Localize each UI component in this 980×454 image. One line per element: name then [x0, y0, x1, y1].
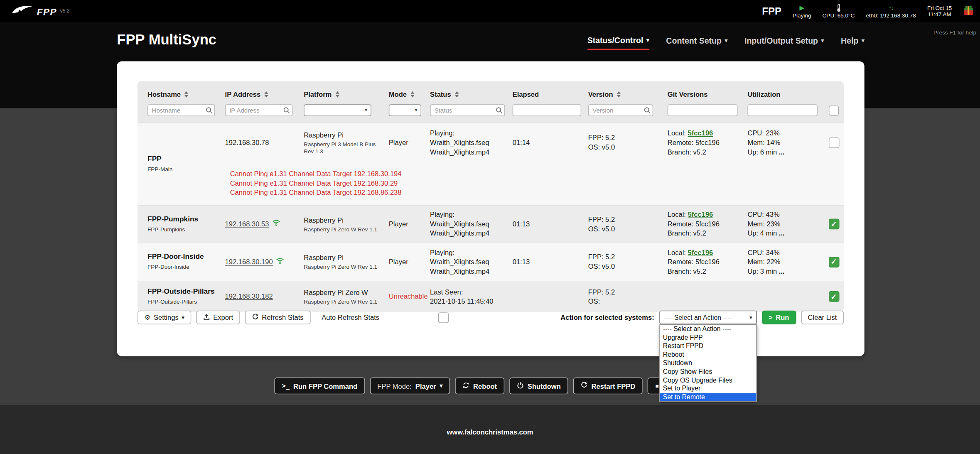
action-select[interactable]: ---- Select an Action ---- ▾ ---- Select…: [659, 311, 757, 324]
nav-content-setup[interactable]: Content Setup▾: [666, 36, 727, 50]
table-header: Hostname IP Address Platform Mode Status…: [138, 81, 844, 123]
sort-icon[interactable]: [335, 91, 339, 98]
mode-filter-select[interactable]: ▾: [389, 104, 421, 116]
sort-icon[interactable]: [455, 91, 459, 98]
menu-option[interactable]: Reboot: [660, 351, 756, 359]
chevron-down-icon: ▾: [725, 38, 728, 44]
auto-refresh-checkbox[interactable]: [438, 312, 449, 323]
git-hash-link[interactable]: 5fcc196: [688, 248, 713, 256]
hostname: FPP-Door-Inside: [147, 252, 220, 261]
utilization-filter-input[interactable]: [747, 104, 818, 116]
hostname-sub: FPP-Outside-Pillars: [147, 297, 220, 307]
chevron-down-icon: ▾: [440, 383, 443, 389]
clear-list-button[interactable]: Clear List: [801, 311, 844, 324]
column-header-utilization: Utilization: [747, 91, 824, 98]
action-select-label: Action for selected systems:: [560, 314, 654, 321]
hostname: FPP-Outside-Pillars: [147, 287, 220, 296]
settings-button[interactable]: ⚙Settings▾: [138, 311, 192, 324]
sort-icon[interactable]: [410, 91, 414, 98]
column-header-version[interactable]: Version: [588, 91, 668, 98]
refresh-stats-button[interactable]: Refresh Stats: [245, 311, 310, 324]
clock: Fri Oct 15 11:47 AM: [927, 5, 952, 18]
chevron-down-icon: ▾: [415, 108, 418, 113]
mode-cell: Player: [389, 219, 430, 229]
search-icon: [496, 107, 503, 115]
nav-input-output-setup[interactable]: Input/Output Setup▾: [744, 36, 824, 50]
elapsed-filter-input[interactable]: [513, 104, 581, 116]
stop-icon: ■: [655, 383, 658, 389]
ip-link[interactable]: 192.168.30.182: [225, 292, 273, 302]
wifi-icon: [272, 219, 281, 229]
nav-label: Content Setup: [666, 36, 722, 46]
hostname-filter-input[interactable]: [147, 104, 215, 116]
restart-fppd-button[interactable]: Restart FPPD: [573, 378, 643, 395]
topbar-status-cluster: FPP ▶ Playing CPU: 65.0°C ↑↓ eth0: 192.1…: [762, 4, 974, 19]
cpu-temp-label: CPU: 65.0°C: [823, 12, 855, 18]
hostname-sub: FPP-Main: [147, 164, 220, 174]
cpu-temp-status: CPU: 65.0°C: [823, 4, 855, 19]
column-header-status[interactable]: Status: [430, 91, 513, 98]
git-hash-link[interactable]: 5fcc196: [688, 211, 713, 218]
run-fpp-command-button[interactable]: >_Run FPP Command: [275, 378, 365, 395]
column-header-git: Git Versions: [668, 91, 748, 98]
sort-icon[interactable]: [617, 91, 621, 98]
chevron-down-icon: ▾: [862, 38, 865, 44]
git-cell: Local: 5fcc196 Remote: 5fcc196 Branch: v…: [668, 210, 748, 238]
logo-text: FPP: [37, 6, 57, 17]
site-footer-link[interactable]: www.falconchristmas.com: [0, 428, 980, 436]
menu-option[interactable]: Copy Show Files: [660, 368, 756, 376]
git-hash-link[interactable]: 5fcc196: [688, 129, 713, 137]
menu-option[interactable]: ---- Select an Action ----: [660, 325, 756, 333]
column-header-ip[interactable]: IP Address: [225, 91, 304, 98]
error-line: Cannot Ping e1.31 Channel Data Target 19…: [230, 169, 844, 179]
export-button[interactable]: Export: [196, 311, 240, 324]
command-bar: >_Run FPP Command FPP Mode:Player▾ Reboo…: [0, 378, 980, 395]
menu-option[interactable]: Copy OS Upgrade Files: [660, 376, 756, 384]
menu-option[interactable]: Set to Player: [660, 385, 756, 393]
status-cell: Playing: Wraith_Xlights.fseq Wraith_Xlig…: [430, 210, 513, 238]
table-row: FPP-Pumpkins FPP-Pumpkins 192.168.30.53 …: [138, 205, 844, 242]
shutdown-button[interactable]: Shutdown: [509, 378, 568, 395]
ip-link[interactable]: 192.168.30.190: [225, 257, 273, 267]
sort-icon[interactable]: [264, 91, 268, 98]
ip-address: 192.168.30.78: [225, 138, 269, 147]
fpp-logo[interactable]: FPP v5.2: [11, 5, 69, 18]
menu-option[interactable]: Set to Remote: [660, 393, 756, 401]
select-checkbox[interactable]: [828, 257, 839, 267]
menu-option[interactable]: Shutdown: [660, 359, 756, 367]
select-checkbox[interactable]: [828, 137, 839, 148]
column-header-platform[interactable]: Platform: [304, 91, 389, 98]
nav-help[interactable]: Help▾: [841, 36, 865, 50]
menu-option[interactable]: Upgrade FPP: [660, 334, 756, 342]
reboot-button[interactable]: Reboot: [455, 378, 504, 395]
fpp-mode-button[interactable]: FPP Mode:Player▾: [370, 378, 450, 395]
platform-filter-select[interactable]: ▾: [304, 104, 371, 116]
git-filter-input[interactable]: [668, 104, 738, 116]
player-status-label: Playing: [793, 12, 811, 18]
utilization-cell: CPU: 43% Mem: 23% Up: 4 min ...: [747, 210, 824, 238]
sort-icon[interactable]: [184, 91, 188, 98]
column-header-mode[interactable]: Mode: [389, 91, 430, 98]
version-cell: FPP: 5.2 OS: v5.0: [588, 253, 668, 271]
platform-cell: Raspberry Pi Raspberry Pi 3 Model B Plus…: [304, 130, 389, 155]
search-icon: [644, 107, 651, 115]
run-button[interactable]: >Run: [761, 311, 796, 324]
menu-option[interactable]: Restart FPPD: [660, 342, 756, 350]
chevron-down-icon: ▾: [749, 315, 752, 321]
nav-status-control[interactable]: Status/Control▾: [587, 36, 649, 50]
more-link[interactable]: ...: [779, 148, 785, 155]
ip-link[interactable]: 192.168.30.53: [225, 219, 269, 229]
holiday-gift-icon[interactable]: [963, 5, 974, 18]
more-link[interactable]: ...: [779, 267, 785, 275]
top-status-bar: FPP v5.2 FPP ▶ Playing CPU: 65.0°C ↑↓ et…: [0, 0, 980, 22]
ip-filter-input[interactable]: [225, 104, 292, 116]
select-all-checkbox[interactable]: [829, 106, 839, 115]
version-cell: FPP: 5.2 OS: v5.0: [588, 133, 668, 152]
search-icon: [206, 107, 213, 115]
select-checkbox[interactable]: [828, 219, 839, 230]
column-header-hostname[interactable]: Hostname: [147, 91, 225, 98]
status-filter-input[interactable]: [430, 104, 505, 116]
action-select-menu: ---- Select an Action ---- Upgrade FPP R…: [659, 324, 757, 402]
more-link[interactable]: ...: [779, 229, 785, 237]
select-checkbox[interactable]: [828, 291, 839, 302]
